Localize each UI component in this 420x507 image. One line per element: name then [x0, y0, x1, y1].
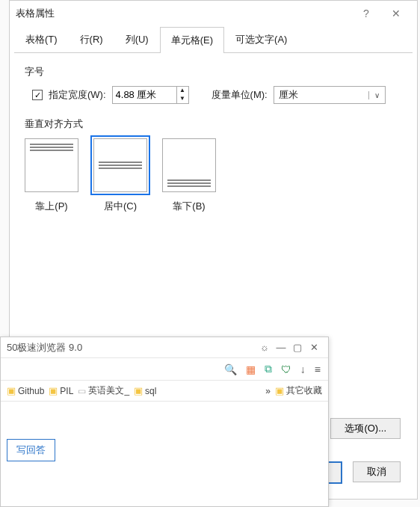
bookmark-english[interactable]: ▭英语美文_: [78, 384, 129, 397]
close-button[interactable]: ✕: [381, 7, 411, 19]
valign-center-icon: [93, 138, 147, 192]
down-arrow-icon[interactable]: ↓: [300, 363, 306, 375]
valign-bottom-icon: [162, 138, 216, 192]
options-button[interactable]: 选项(O)...: [330, 418, 401, 439]
valign-top[interactable]: 靠上(P): [25, 138, 78, 213]
valign-bottom-label: 靠下(B): [173, 200, 205, 213]
tab-row[interactable]: 行(R): [69, 26, 114, 52]
folder-icon: ▣: [7, 385, 16, 396]
shield-icon[interactable]: 🛡: [281, 363, 291, 375]
cancel-button[interactable]: 取消: [353, 461, 401, 482]
browser-close-button[interactable]: ✕: [306, 342, 322, 353]
write-answer-button[interactable]: 写回答: [7, 439, 55, 461]
spinner-up-icon[interactable]: ▲: [177, 87, 188, 95]
bookmark-sql[interactable]: ▣sql: [134, 385, 156, 396]
skin-icon[interactable]: ☼: [256, 342, 273, 353]
valign-center-label: 居中(C): [104, 200, 137, 213]
tab-strip: 表格(T) 行(R) 列(U) 单元格(E) 可选文字(A): [14, 26, 413, 53]
browser-titlebar: 50极速浏览器 9.0 ☼ — ▢ ✕: [1, 337, 328, 358]
minimize-button[interactable]: —: [273, 342, 289, 353]
tab-alt[interactable]: 可选文字(A): [224, 26, 298, 52]
valign-top-label: 靠上(P): [35, 200, 67, 213]
bookmark-other[interactable]: ▣其它收藏: [275, 384, 322, 397]
folder-icon: ▣: [275, 385, 284, 396]
specify-width-checkbox[interactable]: ✓: [32, 90, 43, 100]
tab-cell[interactable]: 单元格(E): [160, 27, 224, 53]
dialog-titlebar: 表格属性 ? ✕: [10, 1, 417, 26]
tab-col[interactable]: 列(U): [114, 26, 160, 52]
browser-title: 50极速浏览器 9.0: [7, 341, 256, 354]
width-input[interactable]: [113, 87, 176, 103]
unit-value: 厘米: [274, 88, 368, 102]
unit-label: 度量单位(M):: [211, 88, 268, 102]
bookmark-bar: ▣Github ▣PIL ▭英语美文_ ▣sql » ▣其它收藏: [1, 381, 328, 402]
dialog-title: 表格属性: [16, 7, 351, 20]
dialog-content: 字号 ✓ 指定宽度(W): ▲ ▼ 度量单位(M): 厘米 ∨ 垂直对齐方式: [10, 53, 417, 225]
specify-width-label: 指定宽度(W):: [49, 88, 106, 102]
folder-icon: ▣: [134, 385, 143, 396]
search-icon[interactable]: 🔍: [224, 363, 237, 375]
apps-icon[interactable]: ▦: [246, 363, 256, 375]
menu-icon[interactable]: ≡: [315, 363, 321, 375]
valign-top-icon: [25, 138, 78, 192]
bookmark-github[interactable]: ▣Github: [7, 385, 44, 396]
folder-icon: ▣: [49, 385, 58, 396]
spinner-down-icon[interactable]: ▼: [177, 95, 188, 103]
valign-center[interactable]: 居中(C): [93, 138, 147, 213]
size-section-label: 字号: [25, 65, 402, 79]
browser-window: 50极速浏览器 9.0 ☼ — ▢ ✕ 🔍 ▦ ⧉ 🛡 ↓ ≡ ▣Github …: [0, 337, 329, 507]
tab-table[interactable]: 表格(T): [14, 26, 69, 52]
maximize-button[interactable]: ▢: [289, 342, 306, 353]
unit-dropdown[interactable]: 厘米 ∨: [274, 86, 386, 104]
bookmark-pil[interactable]: ▣PIL: [49, 385, 73, 396]
width-spinner[interactable]: ▲ ▼: [112, 86, 189, 104]
valign-section-label: 垂直对齐方式: [25, 117, 402, 131]
bookmark-expand[interactable]: »: [265, 386, 271, 396]
help-button[interactable]: ?: [351, 7, 381, 19]
browser-toolbar: 🔍 ▦ ⧉ 🛡 ↓ ≡: [1, 358, 328, 381]
download-icon[interactable]: ⧉: [265, 363, 272, 375]
page-icon: ▭: [78, 386, 86, 396]
chevron-down-icon: ∨: [368, 91, 385, 99]
valign-bottom[interactable]: 靠下(B): [162, 138, 216, 213]
